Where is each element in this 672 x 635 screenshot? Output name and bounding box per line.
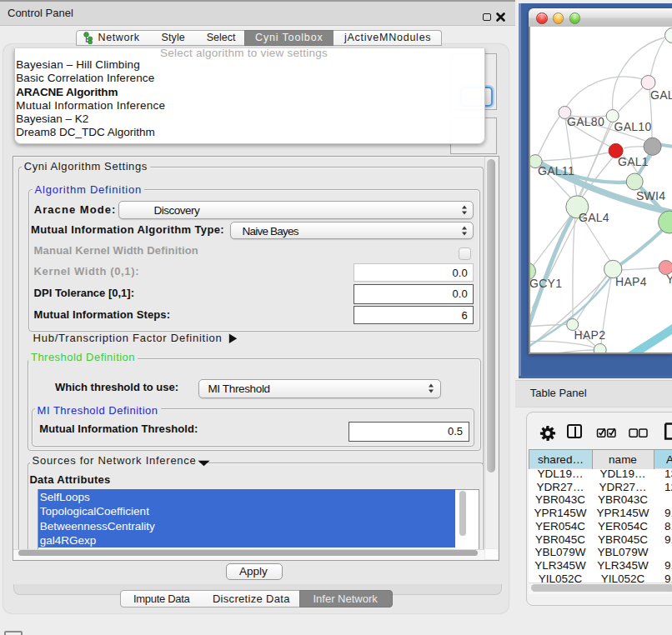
svg-text:GAL1: GAL1 (618, 154, 649, 168)
svg-text:SWI4: SWI4 (636, 188, 665, 202)
svg-text:HAP4: HAP4 (615, 274, 647, 288)
svg-text:HAP2: HAP2 (574, 328, 606, 342)
svg-text:GAL10: GAL10 (614, 120, 652, 133)
svg-text:YD: YD (666, 272, 672, 285)
svg-text:GAL2: GAL2 (650, 88, 672, 101)
svg-text:GAL80: GAL80 (567, 115, 604, 128)
svg-text:GCY1: GCY1 (530, 277, 562, 290)
svg-text:GAL4: GAL4 (579, 210, 609, 223)
svg-text:GAL11: GAL11 (538, 163, 574, 177)
